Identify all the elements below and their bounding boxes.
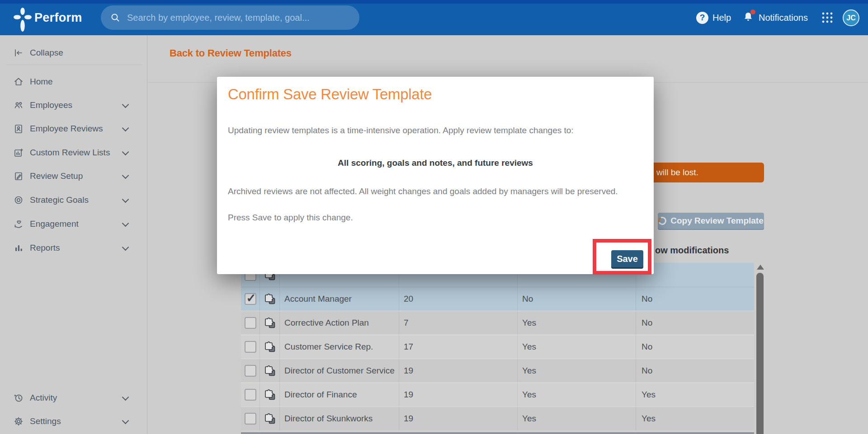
row-checkbox[interactable] <box>245 317 256 329</box>
table-horizontal-scrollbar[interactable] <box>241 432 754 434</box>
sidebar-item-strategic-goals[interactable]: Strategic Goals <box>0 188 147 212</box>
sidebar-divider <box>5 65 142 65</box>
table-row[interactable]: Customer Service Rep. 17 Yes No <box>241 335 754 359</box>
template-col4-value: No <box>636 311 754 335</box>
template-count: 20 <box>399 287 517 311</box>
sidebar-item-engagement[interactable]: Engagement <box>0 212 147 236</box>
global-search[interactable] <box>101 5 359 30</box>
home-icon <box>13 76 24 88</box>
employees-icon <box>13 99 24 111</box>
chevron-down-icon <box>122 172 129 179</box>
row-checkbox[interactable] <box>245 341 256 353</box>
scrollbar-up-arrow[interactable] <box>757 265 764 270</box>
template-name: Customer Service Rep. <box>279 335 399 359</box>
row-checkbox-cell <box>241 287 259 311</box>
table-row[interactable]: Account Manager 20 No No <box>241 287 754 311</box>
review-templates-table: Account Manager 20 No No Corrective Acti… <box>241 263 754 430</box>
help-question-icon: ? <box>696 12 708 24</box>
row-checkbox[interactable] <box>245 365 256 377</box>
chevron-down-icon <box>122 125 129 132</box>
scrollbar-thumb[interactable] <box>756 273 764 434</box>
template-table-body: Account Manager 20 No No Corrective Acti… <box>241 263 754 430</box>
employee-reviews-icon <box>13 123 24 135</box>
template-col3-value: Yes <box>517 311 636 335</box>
notification-dot <box>750 9 755 14</box>
template-col4-value: No <box>636 359 754 383</box>
row-checkbox-cell <box>241 359 259 383</box>
custom-review-lists-icon <box>13 147 24 159</box>
notifications-button[interactable]: Notifications <box>742 0 808 35</box>
chevron-down-icon <box>122 394 129 401</box>
navbar-top-strip <box>0 0 868 4</box>
row-checkbox-cell <box>241 407 259 430</box>
template-col3-value: Yes <box>517 359 636 383</box>
table-row[interactable]: Director of Skunkworks 19 Yes Yes <box>241 406 754 430</box>
collapse-label: Collapse <box>30 48 63 58</box>
template-count: 19 <box>399 407 517 430</box>
template-col3-value: Yes <box>517 335 636 359</box>
help-label: Help <box>712 13 731 23</box>
modal-emphasis-line: All scoring, goals and notes, and future… <box>217 158 654 168</box>
chevron-down-icon <box>122 196 129 203</box>
table-row[interactable]: Corrective Action Plan 7 Yes No <box>241 311 754 335</box>
table-row[interactable]: Director of Customer Service 19 Yes No <box>241 359 754 383</box>
review-template-puzzle-icon <box>259 311 279 335</box>
modal-body-line3: Press Save to apply this change. <box>228 213 353 223</box>
template-name: Director of Skunkworks <box>279 407 399 430</box>
review-template-puzzle-icon <box>259 383 279 406</box>
template-name: Corrective Action Plan <box>279 311 399 335</box>
confirm-save-modal: Confirm Save Review Template Updating re… <box>217 77 654 274</box>
sidebar-item-review-setup[interactable]: Review Setup <box>0 164 147 188</box>
collapse-arrow-icon <box>13 47 24 59</box>
review-setup-icon <box>13 170 24 182</box>
row-checkbox-cell <box>241 335 259 359</box>
row-checkbox[interactable] <box>245 389 256 401</box>
copy-ring-icon <box>657 215 668 226</box>
sidebar: Collapse Home Employees Employee Reviews <box>0 35 147 434</box>
perform-logo-flower-icon <box>13 6 33 34</box>
chevron-down-icon <box>122 220 129 227</box>
help-button[interactable]: ? Help <box>696 0 731 35</box>
template-count: 17 <box>399 335 517 359</box>
sidebar-item-settings[interactable]: Settings <box>0 410 147 433</box>
template-col4-value: Yes <box>636 407 754 430</box>
chevron-down-icon <box>122 244 129 251</box>
template-count: 7 <box>399 311 517 335</box>
notifications-label: Notifications <box>759 13 808 23</box>
sidebar-item-reports[interactable]: Reports <box>0 236 147 260</box>
template-col3-value: No <box>517 287 636 311</box>
sidebar-item-home[interactable]: Home <box>0 70 147 93</box>
search-icon <box>110 12 121 23</box>
search-input[interactable] <box>127 13 350 23</box>
sidebar-item-custom-review-lists[interactable]: Custom Review Lists <box>0 141 147 164</box>
brand-title: Perform <box>34 11 82 25</box>
row-checkbox[interactable] <box>245 293 256 305</box>
warning-banner-text: will be lost. <box>656 168 698 177</box>
sidebar-item-employees[interactable]: Employees <box>0 93 147 117</box>
sidebar-item-activity[interactable]: Activity <box>0 386 147 410</box>
save-button[interactable]: Save <box>611 250 643 267</box>
review-template-puzzle-icon <box>259 287 279 311</box>
template-name: Account Manager <box>279 287 399 311</box>
back-to-review-templates-link[interactable]: Back to Review Templates <box>170 47 292 59</box>
show-modifications-label: ow modifications <box>655 245 729 256</box>
top-navbar: Perform ? Help Notifications <box>0 0 868 35</box>
copy-review-template-button[interactable]: Copy Review Template <box>658 213 764 229</box>
table-row[interactable]: Director of Finance 19 Yes Yes <box>241 383 754 406</box>
review-template-puzzle-icon <box>259 407 279 430</box>
settings-gear-icon <box>13 415 24 427</box>
row-checkbox[interactable] <box>245 413 256 425</box>
user-avatar[interactable]: JC <box>843 9 859 26</box>
app-grid-icon[interactable] <box>821 11 834 24</box>
modal-body-line2: Archived reviews are not affected. All w… <box>228 187 618 196</box>
template-name: Director of Finance <box>279 383 399 406</box>
sidebar-collapse-button[interactable]: Collapse <box>0 43 147 63</box>
sidebar-item-employee-reviews[interactable]: Employee Reviews <box>0 117 147 140</box>
template-col4-value: No <box>636 287 754 311</box>
template-col4-value: No <box>636 335 754 359</box>
strategic-goals-icon <box>13 194 24 206</box>
template-col3-value: Yes <box>517 407 636 430</box>
chevron-down-icon <box>122 417 129 425</box>
template-count: 19 <box>399 359 517 383</box>
engagement-hand-heart-icon <box>13 218 24 230</box>
